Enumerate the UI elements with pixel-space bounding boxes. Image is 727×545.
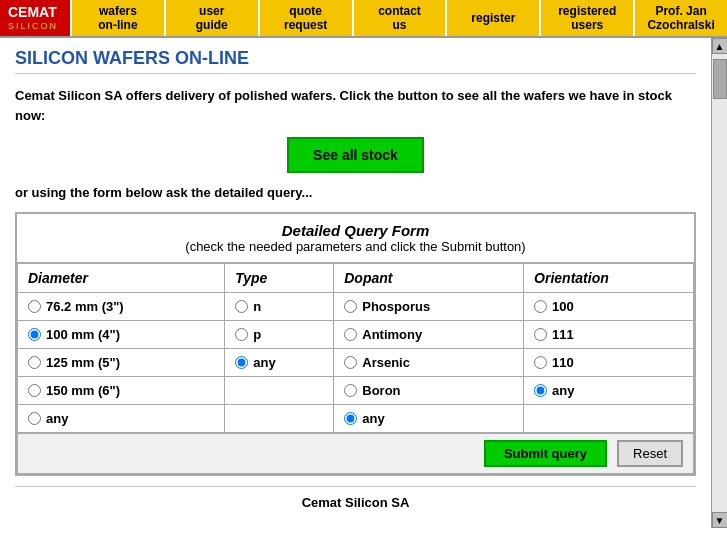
query-form-subtitle: (check the needed parameters and click t… bbox=[27, 239, 684, 254]
radio-option-label: 100 mm (4") bbox=[46, 327, 120, 342]
radio-input[interactable] bbox=[235, 356, 248, 369]
radio-option-label: 100 bbox=[552, 299, 574, 314]
radio-input[interactable] bbox=[28, 356, 41, 369]
radio-label[interactable]: any bbox=[534, 381, 683, 400]
radio-input[interactable] bbox=[28, 328, 41, 341]
form-cell: Antimony bbox=[334, 321, 524, 349]
radio-input[interactable] bbox=[344, 412, 357, 425]
form-cell: Phosporus bbox=[334, 293, 524, 321]
radio-label[interactable]: 110 bbox=[534, 353, 683, 372]
submit-row: Submit query Reset bbox=[17, 433, 694, 474]
page-title: SILICON WAFERS ON-LINE bbox=[15, 48, 696, 74]
form-cell: 110 bbox=[524, 349, 694, 377]
radio-input[interactable] bbox=[235, 300, 248, 313]
radio-label[interactable]: Phosporus bbox=[344, 297, 513, 316]
form-cell: 125 mm (5") bbox=[18, 349, 225, 377]
form-cell: 76.2 mm (3") bbox=[18, 293, 225, 321]
scroll-down-button[interactable]: ▼ bbox=[712, 512, 728, 528]
radio-label[interactable]: n bbox=[235, 297, 323, 316]
radio-option-label: any bbox=[552, 383, 574, 398]
radio-label[interactable]: p bbox=[235, 325, 323, 344]
radio-input[interactable] bbox=[534, 384, 547, 397]
form-cell: 150 mm (6") bbox=[18, 377, 225, 405]
radio-label[interactable]: any bbox=[28, 409, 214, 428]
form-cell: p bbox=[225, 321, 334, 349]
radio-input[interactable] bbox=[344, 384, 357, 397]
scroll-track bbox=[712, 54, 727, 512]
query-form-title: Detailed Query Form bbox=[27, 222, 684, 239]
radio-input[interactable] bbox=[28, 300, 41, 313]
form-cell: Boron bbox=[334, 377, 524, 405]
radio-input[interactable] bbox=[344, 328, 357, 341]
radio-label[interactable]: 150 mm (6") bbox=[28, 381, 214, 400]
radio-input[interactable] bbox=[534, 356, 547, 369]
radio-option-label: Antimony bbox=[362, 327, 422, 342]
radio-input[interactable] bbox=[28, 384, 41, 397]
see-all-stock-button[interactable]: See all stock bbox=[287, 137, 424, 173]
radio-input[interactable] bbox=[344, 300, 357, 313]
nav-item-wafers-online[interactable]: wafers on-line bbox=[70, 0, 164, 36]
radio-option-label: 125 mm (5") bbox=[46, 355, 120, 370]
form-cell: Arsenic bbox=[334, 349, 524, 377]
radio-label[interactable]: Antimony bbox=[344, 325, 513, 344]
radio-option-label: 76.2 mm (3") bbox=[46, 299, 124, 314]
radio-input[interactable] bbox=[534, 300, 547, 313]
radio-label[interactable]: any bbox=[344, 409, 513, 428]
nav-item-prof-czochralski[interactable]: Prof. Jan Czochralski bbox=[633, 0, 727, 36]
radio-option-label: 150 mm (6") bbox=[46, 383, 120, 398]
radio-label[interactable]: Boron bbox=[344, 381, 513, 400]
radio-label[interactable]: 76.2 mm (3") bbox=[28, 297, 214, 316]
footer: Cemat Silicon SA bbox=[15, 486, 696, 518]
form-cell: 100 bbox=[524, 293, 694, 321]
top-navigation: CEMAT SILICON wafers on-lineuser guidequ… bbox=[0, 0, 727, 38]
scroll-up-button[interactable]: ▲ bbox=[712, 38, 728, 54]
form-cell: any bbox=[524, 377, 694, 405]
form-cell bbox=[524, 405, 694, 433]
form-cell: 111 bbox=[524, 321, 694, 349]
scroll-thumb[interactable] bbox=[713, 59, 727, 99]
query-form-outer: Detailed Query Form (check the needed pa… bbox=[15, 212, 696, 476]
radio-label[interactable]: 125 mm (5") bbox=[28, 353, 214, 372]
nav-item-contact-us[interactable]: contact us bbox=[352, 0, 446, 36]
form-cell: any bbox=[225, 349, 334, 377]
stock-button-wrapper: See all stock bbox=[15, 137, 696, 173]
radio-label[interactable]: 100 mm (4") bbox=[28, 325, 214, 344]
logo: CEMAT SILICON bbox=[0, 0, 70, 36]
radio-option-label: 111 bbox=[552, 327, 574, 342]
radio-option-label: any bbox=[46, 411, 68, 426]
nav-item-registered-users[interactable]: registered users bbox=[539, 0, 633, 36]
intro-body: Cemat Silicon SA offers delivery of poli… bbox=[15, 88, 672, 123]
nav-items: wafers on-lineuser guidequote requestcon… bbox=[70, 0, 727, 36]
radio-option-label: Arsenic bbox=[362, 355, 410, 370]
radio-label[interactable]: Arsenic bbox=[344, 353, 513, 372]
radio-option-label: 110 bbox=[552, 355, 574, 370]
nav-item-quote-request[interactable]: quote request bbox=[258, 0, 352, 36]
or-text: or using the form below ask the detailed… bbox=[15, 185, 696, 200]
col-header-diameter: Diameter bbox=[18, 264, 225, 293]
nav-item-register[interactable]: register bbox=[445, 0, 539, 36]
col-header-dopant: Dopant bbox=[334, 264, 524, 293]
nav-item-user-guide[interactable]: user guide bbox=[164, 0, 258, 36]
col-header-orientation: Orientation bbox=[524, 264, 694, 293]
radio-label[interactable]: 111 bbox=[534, 325, 683, 344]
radio-option-label: any bbox=[362, 411, 384, 426]
radio-input[interactable] bbox=[235, 328, 248, 341]
intro-text: Cemat Silicon SA offers delivery of poli… bbox=[15, 86, 696, 125]
form-cell: 100 mm (4") bbox=[18, 321, 225, 349]
radio-option-label: Boron bbox=[362, 383, 400, 398]
radio-label[interactable]: any bbox=[235, 353, 323, 372]
radio-input[interactable] bbox=[534, 328, 547, 341]
radio-option-label: any bbox=[253, 355, 275, 370]
radio-input[interactable] bbox=[344, 356, 357, 369]
radio-option-label: n bbox=[253, 299, 261, 314]
query-form-table: DiameterTypeDopantOrientation76.2 mm (3"… bbox=[17, 263, 694, 433]
radio-label[interactable]: 100 bbox=[534, 297, 683, 316]
scrollbar[interactable]: ▲ ▼ bbox=[711, 38, 727, 528]
radio-option-label: Phosporus bbox=[362, 299, 430, 314]
form-cell: any bbox=[18, 405, 225, 433]
reset-button[interactable]: Reset bbox=[617, 440, 683, 467]
query-form-header: Detailed Query Form (check the needed pa… bbox=[17, 214, 694, 263]
submit-query-button[interactable]: Submit query bbox=[484, 440, 607, 467]
logo-sub: SILICON bbox=[8, 21, 58, 31]
radio-input[interactable] bbox=[28, 412, 41, 425]
